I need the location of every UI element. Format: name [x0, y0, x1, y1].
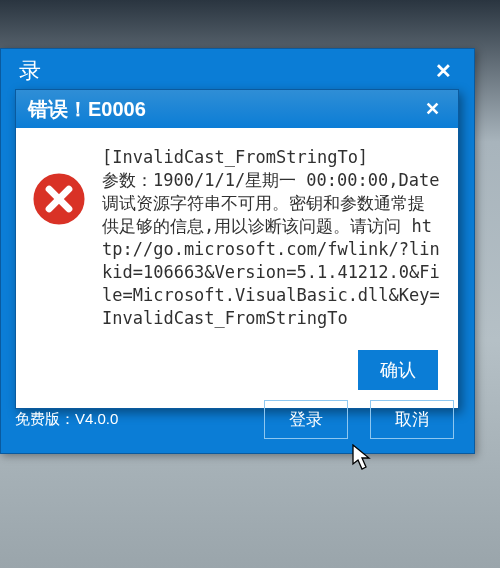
- login-button[interactable]: 登录: [264, 400, 348, 439]
- close-icon[interactable]: ✕: [427, 57, 460, 85]
- error-title: 错误！E0006: [28, 96, 146, 123]
- version-label: 免费版：V4.0.0: [15, 410, 118, 429]
- login-title: 录: [19, 56, 43, 86]
- error-message: [InvalidCast_FromStringTo] 参数：1900/1/1/星…: [102, 146, 440, 330]
- login-body: 错误！E0006 ✕ [InvalidCast_FromStringTo] 参数…: [1, 93, 474, 453]
- error-dialog: 错误！E0006 ✕ [InvalidCast_FromStringTo] 参数…: [15, 89, 459, 409]
- login-footer-buttons: 登录 取消: [264, 400, 454, 439]
- mouse-cursor-icon: [352, 444, 372, 476]
- ok-button[interactable]: 确认: [358, 350, 438, 390]
- error-titlebar: 错误！E0006 ✕: [16, 90, 458, 128]
- error-icon: [30, 146, 88, 232]
- error-content: [InvalidCast_FromStringTo] 参数：1900/1/1/星…: [16, 128, 458, 344]
- cancel-button[interactable]: 取消: [370, 400, 454, 439]
- close-icon[interactable]: ✕: [419, 96, 446, 122]
- login-window: 录 ✕ 错误！E0006 ✕ [InvalidCast_FromStringTo…: [0, 48, 475, 454]
- login-footer: 免费版：V4.0.0 登录 取消: [1, 392, 474, 453]
- login-titlebar: 录 ✕: [1, 49, 474, 93]
